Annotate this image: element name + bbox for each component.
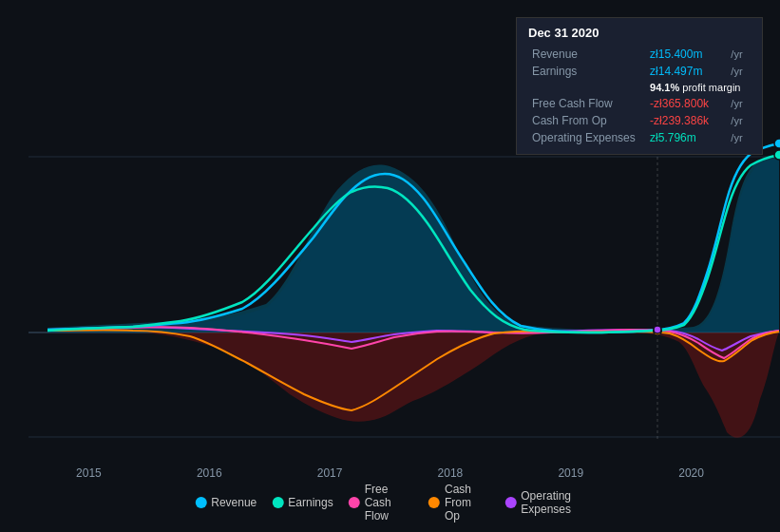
chart-legend: Revenue Earnings Free Cash Flow Cash Fro… bbox=[195, 483, 585, 522]
legend-dot-revenue bbox=[195, 497, 206, 508]
legend-item-revenue[interactable]: Revenue bbox=[195, 496, 257, 509]
legend-dot-earnings bbox=[272, 497, 283, 508]
x-label-2017: 2017 bbox=[317, 466, 343, 480]
tooltip-earnings-label: Earnings bbox=[528, 63, 646, 80]
svg-point-7 bbox=[774, 150, 780, 160]
tooltip-opex-value: zł5.796m bbox=[646, 129, 727, 146]
svg-point-6 bbox=[774, 139, 780, 148]
x-label-2015: 2015 bbox=[76, 466, 102, 480]
tooltip-fcf-unit: /yr bbox=[727, 95, 751, 112]
data-tooltip: Dec 31 2020 Revenue zł15.400m /yr Earnin… bbox=[516, 17, 763, 155]
legend-label-fcf: Free Cash Flow bbox=[365, 483, 413, 522]
tooltip-revenue-unit: /yr bbox=[727, 46, 751, 63]
legend-dot-cfo bbox=[428, 497, 440, 508]
x-label-2020: 2020 bbox=[678, 466, 704, 480]
tooltip-cfo-label: Cash From Op bbox=[528, 112, 646, 129]
legend-item-opex[interactable]: Operating Expenses bbox=[504, 489, 584, 516]
tooltip-revenue-label: Revenue bbox=[528, 46, 646, 63]
tooltip-date: Dec 31 2020 bbox=[528, 26, 751, 40]
legend-dot-opex bbox=[504, 497, 516, 508]
tooltip-profit-margin: 94.1% profit margin bbox=[646, 80, 751, 95]
x-label-2018: 2018 bbox=[438, 466, 464, 480]
tooltip-cfo-value: -zł239.386k bbox=[646, 112, 727, 129]
tooltip-earnings-unit: /yr bbox=[727, 63, 751, 80]
tooltip-opex-label: Operating Expenses bbox=[528, 129, 646, 146]
tooltip-earnings-value: zł14.497m bbox=[646, 63, 727, 80]
legend-item-cfo[interactable]: Cash From Op bbox=[428, 483, 489, 522]
tooltip-fcf-label: Free Cash Flow bbox=[528, 95, 646, 112]
legend-item-earnings[interactable]: Earnings bbox=[272, 496, 333, 509]
legend-dot-fcf bbox=[349, 497, 360, 508]
legend-label-earnings: Earnings bbox=[288, 496, 333, 509]
legend-item-fcf[interactable]: Free Cash Flow bbox=[349, 483, 413, 522]
x-label-2016: 2016 bbox=[197, 466, 222, 480]
tooltip-opex-unit: /yr bbox=[727, 129, 751, 146]
tooltip-cfo-unit: /yr bbox=[727, 112, 751, 129]
x-axis: 2015 2016 2017 2018 2019 2020 bbox=[0, 466, 780, 480]
legend-label-cfo: Cash From Op bbox=[445, 483, 489, 522]
tooltip-revenue-value: zł15.400m bbox=[646, 46, 727, 63]
svg-point-10 bbox=[654, 326, 661, 333]
legend-label-opex: Operating Expenses bbox=[521, 489, 584, 516]
legend-label-revenue: Revenue bbox=[211, 496, 257, 509]
x-label-2019: 2019 bbox=[558, 466, 583, 480]
tooltip-fcf-value: -zł365.800k bbox=[646, 95, 727, 112]
